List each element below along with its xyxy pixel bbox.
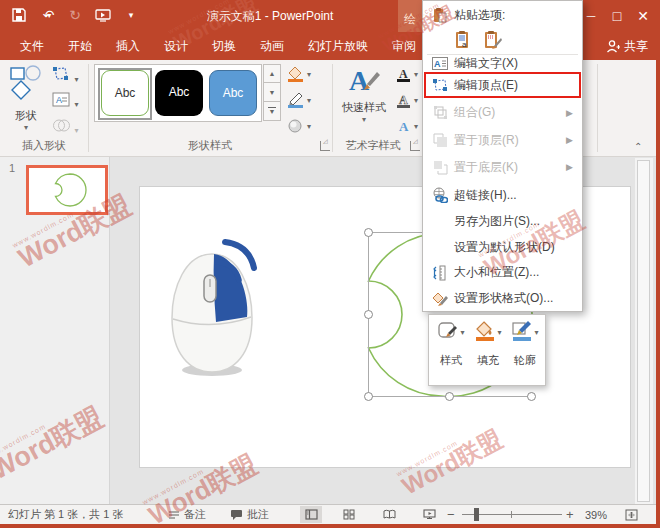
tab-animations[interactable]: 动画 <box>248 32 296 60</box>
qat-customize-icon[interactable]: ▾ <box>122 5 140 25</box>
slideshow-view-button[interactable] <box>418 506 440 523</box>
selection-edge-top <box>372 232 424 233</box>
selection-handle-bottom-left[interactable] <box>364 392 373 401</box>
share-button[interactable]: 共享 <box>600 32 654 60</box>
text-fill-icon: A <box>396 66 411 82</box>
fit-to-window-icon <box>625 509 638 521</box>
zoom-percentage[interactable]: 39% <box>585 505 607 524</box>
shape-fill-button[interactable]: ▾ <box>287 66 311 82</box>
share-label: 共享 <box>624 38 648 55</box>
merge-shapes-icon <box>52 118 70 133</box>
menu-item-edit-text[interactable]: A 编辑文字(X) <box>424 53 581 73</box>
slideshow-view-icon <box>423 509 436 520</box>
wordart-group-label: 艺术字样式 <box>332 138 414 153</box>
shape-effects-button[interactable]: ▾ <box>287 118 311 134</box>
shape-styles-gallery: Abc Abc Abc <box>94 64 262 122</box>
gallery-more-icon[interactable]: ▼ <box>263 102 281 121</box>
quick-styles-button[interactable]: A 快速样式 ▾ <box>338 64 390 124</box>
tab-design[interactable]: 设计 <box>152 32 200 60</box>
svg-text:A: A <box>56 95 62 105</box>
tab-file[interactable]: 文件 <box>8 32 56 60</box>
shape-styles-dialog-launcher-icon[interactable] <box>320 141 330 151</box>
save-icon[interactable] <box>10 5 28 25</box>
size-position-icon <box>428 265 452 281</box>
shapes-gallery-button[interactable]: 形状 ▾ <box>6 64 46 132</box>
tab-home[interactable]: 开始 <box>56 32 104 60</box>
paste-options-label: 粘贴选项: <box>454 7 505 24</box>
tab-slideshow[interactable]: 幻灯片放映 <box>296 32 380 60</box>
edit-text-icon: A <box>428 57 452 70</box>
reading-view-icon <box>383 509 396 520</box>
drawing-tools-contextual-tab: 绘 <box>398 0 422 32</box>
text-box-button[interactable]: A ▾ <box>52 92 78 111</box>
group-icon <box>428 105 452 120</box>
normal-view-button[interactable] <box>300 506 322 523</box>
selection-handle-bottom-right[interactable] <box>527 392 536 401</box>
maximize-button[interactable]: □ <box>604 0 630 32</box>
collapse-ribbon-icon[interactable]: ⌃ <box>634 141 642 152</box>
paste-options-icon <box>428 7 452 23</box>
menu-item-set-default-shape[interactable]: 设置为默认形状(D) <box>424 235 581 259</box>
text-effects-button[interactable]: A▾ <box>396 118 418 134</box>
svg-text:A: A <box>399 67 408 81</box>
window-border-right <box>656 0 660 528</box>
text-outline-icon: A <box>396 92 411 108</box>
edit-shape-icon <box>52 66 70 82</box>
tab-transitions[interactable]: 切换 <box>200 32 248 60</box>
selection-handle-mid-left[interactable] <box>364 310 373 319</box>
gallery-up-icon[interactable]: ▲ <box>263 64 281 83</box>
selection-handle-top-left[interactable] <box>364 228 373 237</box>
undo-icon[interactable]: ↶▾ <box>38 5 56 25</box>
style-swatch-black[interactable]: Abc <box>155 70 203 116</box>
tab-insert[interactable]: 插入 <box>104 32 152 60</box>
shape-fill-icon <box>287 66 304 82</box>
paste-picture-button[interactable] <box>481 27 506 52</box>
style-button[interactable]: ▾ 样式 <box>433 320 469 368</box>
zoom-out-button[interactable]: − <box>447 505 455 524</box>
gallery-down-icon[interactable]: ▼ <box>263 83 281 102</box>
share-person-icon <box>606 39 620 53</box>
shapes-label: 形状 <box>6 108 46 123</box>
style-swatch-green[interactable]: Abc <box>101 70 149 116</box>
paste-keep-text-button[interactable]: a <box>451 27 476 52</box>
style-label: 样式 <box>433 353 469 368</box>
mouse-illustration[interactable] <box>163 218 268 380</box>
comments-icon <box>230 509 243 520</box>
zoom-slider-thumb[interactable] <box>474 508 479 521</box>
slide-thumbnail[interactable] <box>26 165 108 215</box>
send-to-back-icon <box>428 160 452 175</box>
menu-item-size-position[interactable]: 大小和位置(Z)... <box>424 260 581 285</box>
fill-label: 填充 <box>470 353 506 368</box>
gallery-scroll: ▲ ▼ ▼ <box>263 64 281 122</box>
selection-handle-bottom-mid[interactable] <box>445 392 454 401</box>
menu-item-save-as-picture[interactable]: 另存为图片(S)... <box>424 209 581 234</box>
close-button[interactable]: ✕ <box>630 0 656 32</box>
comments-label: 批注 <box>247 507 269 522</box>
notes-label: 备注 <box>184 507 206 522</box>
menu-item-hyperlink[interactable]: 超链接(H)... <box>424 182 581 208</box>
fit-to-window-button[interactable] <box>620 506 642 523</box>
vertical-scrollbar[interactable] <box>635 158 653 504</box>
start-slideshow-icon[interactable] <box>94 5 112 25</box>
notes-button[interactable]: 备注 <box>168 505 206 524</box>
wordart-dialog-launcher-icon[interactable] <box>410 141 420 151</box>
style-icon <box>437 320 459 342</box>
fill-icon <box>474 320 496 342</box>
text-box-icon: A <box>52 92 70 107</box>
text-fill-button[interactable]: A▾ <box>396 66 418 82</box>
text-outline-button[interactable]: A▾ <box>396 92 418 108</box>
edit-shape-button[interactable]: ▾ <box>52 66 78 86</box>
slide-sorter-view-button[interactable] <box>338 506 360 523</box>
menu-item-format-shape[interactable]: 设置形状格式(O)... <box>424 286 581 311</box>
shape-outline-button[interactable]: ▾ <box>287 92 311 108</box>
fill-button[interactable]: ▾ 填充 <box>470 320 506 368</box>
quick-access-toolbar: ↶▾ ↻ ▾ <box>10 5 140 25</box>
reading-view-button[interactable] <box>378 506 400 523</box>
outline-button[interactable]: ▾ 轮廓 <box>507 320 543 368</box>
zoom-in-button[interactable]: + <box>566 505 574 524</box>
comments-button[interactable]: 批注 <box>230 505 269 524</box>
tab-review[interactable]: 审阅 <box>380 32 428 60</box>
undo-dropdown-icon[interactable]: ▾ <box>47 11 51 20</box>
style-swatch-blue[interactable]: Abc <box>209 70 257 116</box>
paste-options-header: 粘贴选项: <box>424 4 581 26</box>
